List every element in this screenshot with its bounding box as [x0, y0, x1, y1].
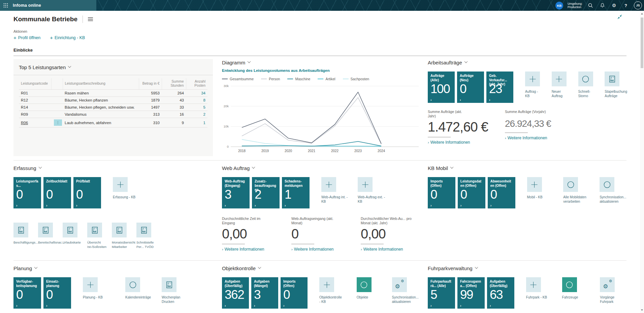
cue-auftraege-alle[interactable]: Aufträge (Alle) 100 › [428, 72, 455, 103]
legend-item[interactable]: Maschine [287, 77, 310, 81]
table-row[interactable]: R12 Bäume, Hecken pflanzen 1879 43 8 [19, 97, 207, 104]
report-urlaubskarte[interactable]: Urlaubskarte [63, 223, 87, 249]
action-vorgaenge-fuhrpark[interactable]: ⚙⚙ Vorgänge Fuhrpark [600, 277, 627, 304]
app-launcher-icon[interactable] [0, 0, 11, 11]
row-options-ellipsis-icon[interactable]: ⋮ [54, 119, 62, 126]
report-schnittstelle-tvoed[interactable]: Schnittstelle Per... TVÖD [136, 223, 161, 249]
table-row[interactable]: R14 Bäume, Hecken pflegen, schneiden usw… [19, 104, 207, 111]
environment-badge[interactable]: KB [555, 2, 563, 9]
arbeitsauftraege-header[interactable]: Arbeitsaufträge [428, 59, 627, 66]
action-profil-oeffnen[interactable]: + Profil öffnen [13, 35, 40, 40]
cue-imports-offen[interactable]: Imports (Offen) 0 › [428, 177, 455, 208]
cue-zusatzbeauftragungen[interactable]: Zusatz-beauftragungen 2 › [252, 177, 280, 208]
col-header-betrag[interactable]: Betrag in € [139, 78, 162, 90]
chevron-down-icon [464, 60, 468, 63]
action-objektkontrolle-kb[interactable]: Objektkontrolle - KB [319, 277, 342, 304]
posten-link[interactable]: 1 [186, 118, 207, 127]
col-header-desc[interactable]: Leistungsartbeschreibung [63, 78, 139, 90]
action-wochenplan-drucken[interactable]: Wochenplan Drucken [162, 277, 189, 304]
posten-link[interactable]: 8 [186, 97, 207, 104]
objektkontrolle-header[interactable]: Objektkontrolle [222, 265, 419, 272]
circle-icon [582, 75, 589, 83]
action-kalendereintraege[interactable]: Kalendereinträge [125, 277, 153, 300]
help-icon[interactable]: ? [622, 2, 630, 9]
action-fuhrpark-kb[interactable]: Fuhrpark - KB [526, 277, 553, 300]
planung-header[interactable]: Planung [13, 265, 213, 272]
action-fahrzeuge[interactable]: Fahrzeuge [562, 277, 589, 300]
table-row-selected[interactable]: R06 ⋮ Laub aufnehmen, abfahren 310 9 1 [19, 118, 207, 127]
cue-pruefblatt[interactable]: Prüfblatt 0 › [73, 177, 101, 208]
weitere-informationen-link[interactable]: › Weitere Informationen [428, 140, 489, 145]
search-icon[interactable] [587, 2, 594, 9]
settings-gear-icon[interactable]: ⚙ [610, 2, 618, 9]
report-monatsuebersicht[interactable]: Monatsübersicht Mitarbeiter [112, 223, 136, 249]
action-objekte[interactable]: Objekte [357, 277, 379, 300]
action-erfassung-kb[interactable]: Erfassung - KB [113, 177, 140, 200]
action-schnell-storno[interactable]: Schnell-Storno [578, 72, 596, 98]
cue-fahrzeugannahme-offen[interactable]: Fahrzeuganna... (Offen) 99 › [457, 277, 485, 309]
action-mobil-kb[interactable]: Mobil - KB [527, 177, 555, 200]
table-row[interactable]: R09 Vandalismus 313 16 2 [19, 111, 207, 118]
scroll-down-arrow-icon[interactable] [641, 309, 643, 311]
report-uebersicht-ist-sollzeiten[interactable]: Übersicht Ist-/Sollzeiten [87, 223, 112, 249]
cue-verfuegbarkeitsplanung[interactable]: Verfügbar-keitsplanung 0 › [13, 277, 41, 309]
legend-item[interactable]: Sachposten [343, 77, 369, 81]
report-bereitschaftsnachweis[interactable]: Bereitschaftsnac... [38, 223, 63, 249]
col-header-code[interactable]: Leistungsartcode [19, 78, 51, 90]
cue-auftraege-neu[interactable]: Aufträge (Neu) 0 › [457, 72, 484, 103]
action-neuer-auftrag[interactable]: Neuer Auftrag [552, 72, 570, 98]
action-einrichtung-kb[interactable]: + Einrichtung - KB [50, 35, 85, 40]
action-alle-mobildaten[interactable]: Alle Mobildaten verarbeiten [563, 177, 591, 204]
legend-item[interactable]: Gesamtsumme [222, 77, 254, 81]
legend-item[interactable]: Artikel [318, 77, 335, 81]
posten-link[interactable]: 5 [186, 104, 207, 111]
diagramm-header[interactable]: Diagramm [222, 59, 419, 66]
cue-leistungserfassung[interactable]: Leistungserfas... 0 › [13, 177, 41, 208]
top5-header[interactable]: Top 5 Leistungsarten [19, 63, 207, 71]
cue-web-auftrag-eingang[interactable]: Web-Auftrag (Eingang) 3 › [222, 177, 250, 208]
fuhrparkverwaltung-header[interactable]: Fuhrparkverwaltung [428, 265, 627, 272]
col-header-posten[interactable]: Anzahl Posten [186, 78, 207, 90]
cue-fuhrparkauftraege-alle[interactable]: Fuhrparkaufträ... (Alle) 5 › [428, 277, 455, 309]
action-auftrag-kb[interactable]: Auftrag - KB [525, 72, 543, 98]
weitere-informationen-link[interactable]: › Weitere Informationen [505, 136, 567, 140]
cue-geb-verkaufsr[interactable]: Geb. Verkaufsr... (akt. Jahr) 23 › [486, 72, 513, 103]
collapse-page-icon[interactable] [617, 14, 622, 21]
cue-einsatzplanung[interactable]: Einsatz-planung 0 › [43, 277, 71, 309]
cue-aufgaben-ueberfaellig[interactable]: Aufgaben (Überfällig) 63 › [487, 277, 514, 309]
weitere-informationen-link[interactable]: › Weitere Informationen [361, 247, 419, 252]
weitere-informationen-link[interactable]: › Weitere Informationen [222, 247, 280, 252]
action-web-auftrag-ext-kb[interactable]: Web-Auftrag ext. - KB [358, 177, 385, 204]
cue-abwesenheiten-offen[interactable]: Abwesenheiten (Offen) 0 › [488, 177, 515, 208]
report-beschaeftigungs[interactable]: Beschäftigungs... [13, 223, 38, 249]
cue-schadensmeldungen[interactable]: Schadens-meldungen 1 › [282, 177, 310, 208]
action-web-auftrag-int-kb[interactable]: Web-Auftrag int. - KB [321, 177, 349, 204]
hamburger-menu-icon[interactable] [88, 17, 93, 21]
kpi-value: 0,00 [361, 227, 386, 241]
notifications-bell-icon[interactable] [599, 2, 606, 9]
scrollbar-thumb[interactable] [641, 18, 643, 68]
posten-link[interactable]: 34 [186, 90, 207, 97]
erfassung-header[interactable]: Erfassung [13, 165, 213, 171]
cue-imports-offen[interactable]: Imports (Offen) 0 › [281, 277, 308, 309]
cue-leistungsdaten-offen[interactable]: Leistungsdaten (Offen) 0 › [458, 177, 485, 208]
web-auftrag-header[interactable]: Web Auftrag [222, 165, 419, 171]
cue-aufgaben-maengel[interactable]: Aufgaben (Mängel) 3 › [251, 277, 278, 309]
action-synchronisation-aktualisieren[interactable]: Synchronisation... aktualisieren [600, 177, 627, 204]
selected-row-code-link[interactable]: R06 [21, 121, 28, 125]
vertical-scrollbar[interactable] [640, 11, 644, 313]
table-row[interactable]: R01 Rasen mähen 5953 264 34 [19, 90, 207, 97]
kb-mobil-header[interactable]: KB Mobil [428, 165, 627, 171]
user-avatar[interactable]: JS [634, 1, 642, 9]
action-planung-kb[interactable]: Planung - KB [83, 277, 110, 300]
scroll-up-arrow-icon[interactable] [641, 13, 643, 15]
cue-zeitbuchblatt[interactable]: Zeitbuchblatt 0 › [43, 177, 71, 208]
legend-item[interactable]: Person [261, 77, 280, 81]
col-header-stunden[interactable]: Summe Stunden [162, 78, 186, 90]
weitere-informationen-link[interactable]: › Weitere Informationen [291, 247, 349, 252]
cue-aufgaben-ueberfaellig[interactable]: Aufgaben (Überfällig) 362 › [222, 277, 249, 309]
action-synchronisation-aktualisieren[interactable]: ⚙⚙ Synchronisation... aktualisieren [392, 277, 419, 304]
posten-link[interactable]: 2 [186, 111, 207, 118]
app-title[interactable]: Infoma online [13, 3, 41, 8]
action-stapelbuchung[interactable]: Stapelbuchung Aufträge [605, 72, 627, 98]
